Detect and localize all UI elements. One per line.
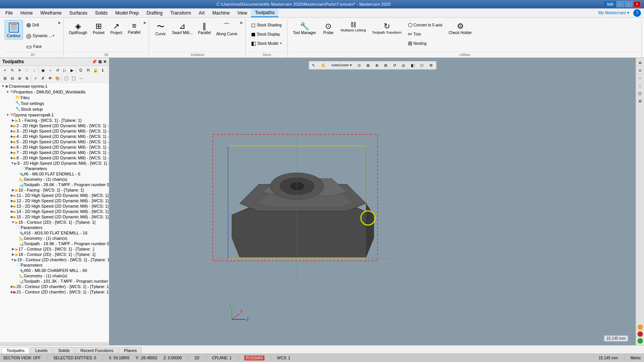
tree-op19-params[interactable]: 📄 Parameters [0,262,109,268]
contour-button[interactable]: Contour [5,20,23,39]
expand-op4-icon[interactable]: ▶ [11,134,13,138]
tree-op9-params[interactable]: 📄 Parameters [0,166,109,171]
toolpaths-pin-button[interactable]: 📌 [92,59,97,64]
tree-op2[interactable]: ▶ ▶ 2 - 2D High Speed (2D Dynamic Mill) … [0,123,109,128]
toolpaths-scrollbar[interactable] [0,342,109,345]
probe-button[interactable]: ⊙ Probe [320,20,337,36]
menu-model-prep[interactable]: Model Prep [112,9,143,17]
face-button[interactable]: ▭ Face [24,41,58,52]
expand-properties-icon[interactable]: ▼ [5,90,10,94]
close-button[interactable]: ✕ [633,1,641,7]
tab-solids[interactable]: Solids [53,347,75,354]
tree-stock-setup[interactable]: 🔧 Stock setup [0,106,109,112]
expand-toolpath-group-icon[interactable]: ▼ [5,113,10,117]
viewport[interactable]: ↖ ✋ AutoCursor ▾ ⊙ ⊞ ⊕ ⊞ ↺ ◎ ◧ ⬡ ⚙ [109,58,636,345]
multiaxis-linking-button[interactable]: ⛓ Multiaxis Linking [338,20,368,34]
tree-op1[interactable]: ▶ ▶ 1 - Facing - [WCS: 1] - [Tplane: 1] [0,118,109,123]
tp-lock-button[interactable]: 🔒 [92,67,99,74]
vp-settings-btn[interactable]: ⚙ [427,62,435,69]
stock-display-button[interactable]: ◼ Stock Display [249,30,285,38]
tree-op16-tool[interactable]: 🔩 #16 - M16.00 FLAT ENDMILL - 16 [0,230,109,236]
rp-btn2[interactable]: ⊙ [637,67,644,74]
tp-visible-button[interactable]: 👁 [47,75,54,82]
multiaxis-expand-button[interactable]: ▶ [240,20,243,25]
tp-arrow-button[interactable]: → [77,75,84,82]
menu-solids[interactable]: Solids [91,9,112,17]
menu-machine[interactable]: Machine [209,9,233,17]
vp-fit-btn[interactable]: ⊞ [381,62,390,69]
expand-op11-icon[interactable]: ▶ [11,193,13,197]
parallel-button[interactable]: ≡ Parallel [125,20,143,36]
tree-op12[interactable]: ▶ ▶ 12 - 2D High Speed (2D Dynamic Mill)… [0,198,109,203]
vp-rotate-btn[interactable]: ↺ [390,62,399,69]
nesting-button[interactable]: ⊞ Nesting [406,39,445,48]
expand-op10-icon[interactable]: ▶ [11,188,15,192]
vp-zoom-btn[interactable]: ⊕ [373,62,381,69]
tp-info-button[interactable]: ℹ [99,67,106,74]
tree-tool-settings[interactable]: 🔧 Tool settings [0,100,109,106]
tree-op16[interactable]: ▼ ▶ 16 - Contour (2D) - [WCS: 1] - [Tpla… [0,219,109,225]
toolpaths-float-button[interactable]: ⧉ [99,59,102,64]
tp-simulate-button[interactable]: ▶ [69,67,76,74]
expand-op7-icon[interactable]: ▶ [11,151,13,154]
expand-machine-icon[interactable]: ▼ [1,84,5,88]
tp-regen-button[interactable]: ↺ [54,67,61,74]
expand-op14-icon[interactable]: ▶ [11,210,13,213]
vp-wire-btn[interactable]: ⬡ [417,62,426,69]
pocket-button[interactable]: ⊞ Pocket [90,20,107,36]
tab-toolpaths[interactable]: Toolpaths [2,347,30,354]
drill-button[interactable]: ⊕ Drill [24,20,58,30]
tree-op5[interactable]: ▶ ▶ 5 - 2D High Speed (2D Dynamic Mill) … [0,139,109,144]
vp-shading-btn[interactable]: ◧ [408,62,417,69]
tp-sort-button[interactable]: ⇅ [23,75,30,82]
tree-op14[interactable]: ▶ ▶ 14 - 2D High Speed (2D Dynamic Mill)… [0,209,109,214]
tree-op19-geom[interactable]: 📐 Geometry - (1) chain(s) [0,273,109,278]
toolpath-transform-button[interactable]: ↻ Toolpath Transform [370,20,404,36]
menu-home[interactable]: Home [16,9,36,17]
rp-btn4[interactable]: ↕ [637,82,644,89]
along-curve-button[interactable]: ⌒ Along Curve [214,20,240,38]
tree-op21[interactable]: ▶ ▶ 21 - Contour (2D chamfer) - [WCS: 1]… [0,289,109,295]
trim-button[interactable]: ✂ Trim [406,30,445,38]
menu-view[interactable]: View [233,9,251,17]
tp-copy-button[interactable]: 📋 [63,75,70,82]
maximize-button[interactable]: □ [625,1,632,7]
tree-op11[interactable]: ▶ ▶ 11 - 2D High Speed (2D Dynamic Mill)… [0,193,109,198]
tab-levels[interactable]: Levels [30,347,53,354]
expand-op1-icon[interactable]: ▶ [11,118,15,122]
tree-op15[interactable]: ▶ ▶ 15 - 2D High Speed (2D Dynamic Mill)… [0,214,109,219]
tree-op6[interactable]: ▶ ▶ 6 - 2D High Speed (2D Dynamic Mill) … [0,144,109,150]
3d-expand-button[interactable]: ▶ [144,20,146,25]
vp-autocursor-btn[interactable]: AutoCursor ▾ [329,62,354,69]
check-holder-button[interactable]: ⚙ Check Holder [446,20,474,36]
toolpaths-close-button[interactable]: ✕ [103,59,107,64]
tp-select-all-button[interactable]: ◉ [39,67,46,74]
tp-checkmark-button[interactable]: ✓ [32,75,39,82]
menu-surfaces[interactable]: Surfaces [66,9,91,17]
expand-op18-icon[interactable]: ▶ [11,252,15,256]
tree-op10[interactable]: ▶ ▶ 10 - Facing - [WCS: 1] - [Tplane: 1] [0,187,109,193]
dynamic-button[interactable]: ◎ Dynamic ... ▼ [24,31,58,41]
tree-op19[interactable]: ▼ ▶ 19 - Contour (2D chamfer) - [WCS: 1]… [0,257,109,262]
tree-op20[interactable]: ▶ ▶ 20 - Contour (2D chamfer) - [WCS: 1]… [0,284,109,289]
tab-recent-functions[interactable]: Recent Functions [76,347,118,354]
tree-op7[interactable]: ▶ ▶ 7 - 2D High Speed (2D Dynamic Mill) … [0,150,109,155]
tp-edit-button[interactable]: ✎ [9,67,16,74]
tree-op19-toolpath[interactable]: 📊 Toolpath - 101.3K - T.MPF - Program nu… [0,278,109,284]
rp-btn6[interactable]: ⊞ [637,98,644,105]
menu-wireframe[interactable]: Wireframe [36,9,65,17]
expand-op15-icon[interactable]: ▶ [11,215,13,219]
tp-backplot-button[interactable]: ▷ [61,67,68,74]
expand-op2-icon[interactable]: ▶ [11,124,13,128]
project-button[interactable]: ↗ Project [108,20,125,36]
tree-op3[interactable]: ▶ ▶ 3 - 2D High Speed (2D Dynamic Mill) … [0,128,109,134]
menu-toolpaths[interactable]: Toolpaths [251,9,278,17]
expand-op9-icon[interactable]: ▼ [11,161,14,165]
expand-op19-icon[interactable]: ▼ [11,258,14,262]
my-mastercam-link[interactable]: My Mastercam ▾ [595,10,633,15]
vp-pan-btn[interactable]: ✋ [318,62,328,69]
tree-op4[interactable]: ▶ ▶ 4 - 2D High Speed (2D Dynamic Mill) … [0,134,109,139]
convert-5axis-button[interactable]: ⬡ Convert to 5-axis [406,21,445,29]
stock-shading-button[interactable]: ◻ Stock Shading [249,21,285,29]
tree-op9-geom[interactable]: 📐 Geometry - (1) chain(s) [0,177,109,182]
